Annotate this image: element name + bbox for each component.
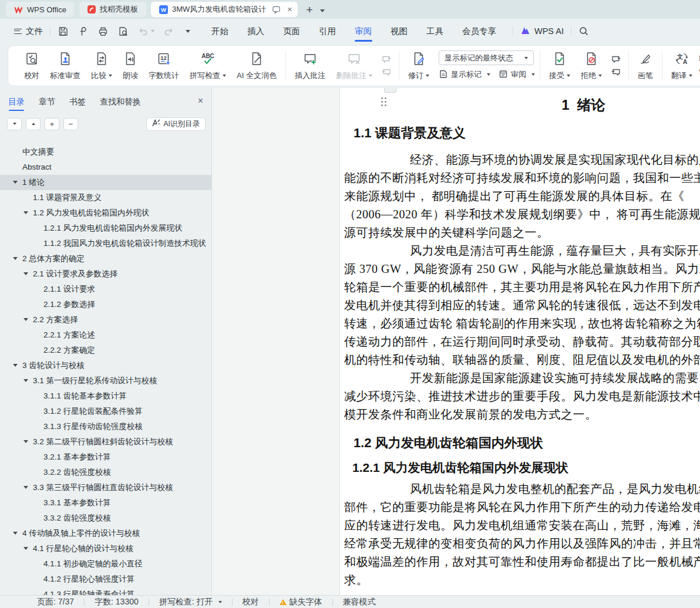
toc-item[interactable]: 2.2.1 方案论述: [0, 327, 211, 343]
sidebar-tab[interactable]: 目录: [8, 93, 25, 111]
toc-item[interactable]: 2 总体方案的确定: [0, 251, 211, 266]
menu-tab[interactable]: 视图: [381, 19, 417, 43]
toc-expand-arrow-icon[interactable]: [23, 486, 28, 489]
read-aloud-button[interactable]: 朗读: [119, 49, 142, 83]
toc-item[interactable]: 3.1.1 齿轮基本参数计算: [0, 389, 211, 404]
menu-tab[interactable]: 开始: [202, 19, 238, 43]
document-page[interactable]: 1 绪论 1.1 课题背景及意义经济、能源与环境的协调发展是实现国家现代化目标的…: [339, 88, 700, 595]
file-menu-button[interactable]: 文件: [14, 26, 43, 37]
track-changes-button[interactable]: 修订: [404, 49, 433, 83]
tab-docer-templates[interactable]: 找稻壳模板: [79, 2, 146, 17]
toc-item[interactable]: 3.3.2 齿轮强度校核: [0, 511, 211, 526]
toc-item[interactable]: 4 传动轴及轴上零件的设计与校核: [0, 526, 211, 541]
sidebar-close-icon[interactable]: ×: [198, 96, 203, 106]
new-tab-button[interactable]: +: [302, 4, 316, 15]
missing-font-status[interactable]: 缺失字体: [270, 597, 332, 607]
toc-expand-arrow-icon[interactable]: [13, 257, 18, 260]
word-count-indicator[interactable]: 字数: 13300: [85, 597, 149, 607]
toc-expand-arrow-icon[interactable]: [13, 181, 18, 184]
save-button[interactable]: [58, 26, 69, 37]
translate-button[interactable]: 文A 翻译: [667, 49, 696, 83]
toc-item[interactable]: 1.1.2 我国风力发电机齿轮箱设计制造技术现状: [0, 236, 211, 251]
toc-item[interactable]: 1.1 课题背景及意义: [0, 190, 211, 205]
previous-comment-button[interactable]: [380, 54, 393, 65]
proofread-status[interactable]: 校对: [233, 597, 269, 607]
wps-ai-button[interactable]: WPS AI: [520, 26, 564, 36]
compatibility-mode-status[interactable]: 兼容模式: [333, 597, 386, 607]
toc-expand-arrow-icon[interactable]: [23, 318, 28, 321]
tab-document-active[interactable]: W 3MW风力发电机齿轮箱设计 ×: [151, 2, 298, 17]
expand-all-button[interactable]: [26, 118, 41, 130]
next-revision-button[interactable]: [610, 67, 622, 77]
quickbar-more-dropdown-icon[interactable]: [183, 30, 190, 33]
toc-expand-arrow-icon[interactable]: [23, 211, 28, 214]
redo-button[interactable]: [163, 26, 174, 37]
paragraph-drag-handle-icon[interactable]: [381, 97, 386, 106]
toc-expand-arrow-icon[interactable]: [23, 272, 28, 275]
markup-state-select[interactable]: 显示标记的最终状态: [439, 50, 534, 65]
menu-tab[interactable]: 工具: [417, 19, 453, 43]
toc-item[interactable]: 3.2.2 齿轮强度校核: [0, 465, 211, 480]
standard-review-button[interactable]: 标准审查: [46, 49, 85, 83]
tab-wps-office[interactable]: WPS Office: [6, 2, 75, 17]
print-preview-button[interactable]: [117, 26, 129, 37]
toc-item[interactable]: 2.1.1 设计要求: [0, 282, 211, 297]
page-indicator[interactable]: 页面: 7/37: [27, 597, 84, 607]
toc-item[interactable]: 4.1 行星轮心轴的设计与校核: [0, 541, 211, 556]
menu-tab[interactable]: 会员专享: [453, 19, 506, 43]
proofread-button[interactable]: 校对: [20, 49, 43, 83]
toc-item[interactable]: 1 绪论: [0, 175, 211, 190]
previous-revision-button[interactable]: [610, 54, 622, 65]
toc-expand-arrow-icon[interactable]: [23, 440, 28, 443]
toc-item[interactable]: 2.2.2 方案确定: [0, 343, 211, 358]
search-icon[interactable]: [578, 26, 589, 36]
next-comment-button[interactable]: [380, 67, 393, 77]
toc-item[interactable]: Abstract: [0, 160, 211, 175]
ink-brush-button[interactable]: 画笔: [634, 49, 657, 83]
toc-item[interactable]: 3.1.3 行星传动齿轮强度校核: [0, 419, 211, 434]
review-pane-button[interactable]: 审阅: [499, 68, 535, 81]
accept-button[interactable]: 接受: [545, 49, 574, 83]
toc-item[interactable]: 4.1.1 初步确定轴的最小直径: [0, 556, 211, 572]
toc-item[interactable]: 4.1.3 行星轮轴承寿命计算: [0, 587, 211, 595]
print-button[interactable]: [97, 26, 109, 37]
word-count-button[interactable]: 12 字数统计: [144, 49, 183, 83]
delete-comment-button[interactable]: 删除批注: [332, 49, 376, 83]
sidebar-tab[interactable]: 查找和替换: [100, 93, 141, 111]
toc-item[interactable]: 3.2 第二级平行轴圆柱斜齿轮设计与校核: [0, 434, 211, 450]
zoom-in-outline-button[interactable]: +: [45, 118, 59, 130]
toc-item[interactable]: 3.2.1 基本参数计算: [0, 450, 211, 465]
toc-item[interactable]: 2.2 方案选择: [0, 312, 211, 327]
toc-item[interactable]: 3.3.1 基本参数计算: [0, 495, 211, 511]
compare-button[interactable]: 比较: [87, 49, 116, 83]
toc-item[interactable]: 2.1 设计要求及参数选择: [0, 266, 211, 282]
toc-expand-arrow-icon[interactable]: [13, 532, 18, 535]
toc-item[interactable]: 3 齿轮设计与校核: [0, 358, 211, 373]
ai-polish-button[interactable]: AI 全文润色: [233, 49, 281, 83]
toc-item[interactable]: 4.1.2 行星轮心轴强度计算: [0, 572, 211, 587]
reject-button[interactable]: 拒绝: [577, 49, 606, 83]
toc-item[interactable]: 3.3 第三级平行轴圆柱直齿轮设计与校核: [0, 480, 211, 495]
tab-chat-icon[interactable]: [272, 6, 280, 13]
sidebar-tab[interactable]: 书签: [69, 93, 86, 111]
tab-list-dropdown-icon[interactable]: [318, 4, 325, 15]
tab-close-icon[interactable]: ×: [285, 5, 294, 13]
toc-expand-arrow-icon[interactable]: [13, 364, 18, 367]
ai-recognize-toc-button[interactable]: AI识别目录: [146, 117, 206, 131]
toc-item[interactable]: 3.1.2 行星轮齿装配条件验算: [0, 404, 211, 419]
spellcheck-toggle[interactable]: 拼写检查: 打开: [149, 597, 232, 607]
menu-tab[interactable]: 页面: [274, 19, 309, 43]
menu-tab[interactable]: 插入: [238, 19, 274, 43]
collapse-all-button[interactable]: [7, 118, 22, 130]
toc-item[interactable]: 1.2.1 风力发电机齿轮箱国内外发展现状: [0, 221, 211, 236]
sidebar-tab[interactable]: 章节: [39, 93, 55, 111]
export-pdf-button[interactable]: [78, 26, 89, 37]
toc-item[interactable]: 1.2 风力发电机齿轮箱国内外现状: [0, 205, 211, 221]
menu-tab[interactable]: 引用: [309, 19, 345, 43]
undo-button[interactable]: [137, 26, 154, 37]
insert-comment-button[interactable]: 插入批注: [291, 49, 329, 83]
toc-expand-arrow-icon[interactable]: [23, 379, 28, 382]
toc-item[interactable]: 2.1.2 参数选择: [0, 297, 211, 312]
spell-check-button[interactable]: ABC 拼写检查: [186, 49, 230, 83]
toc-expand-arrow-icon[interactable]: [23, 547, 28, 550]
